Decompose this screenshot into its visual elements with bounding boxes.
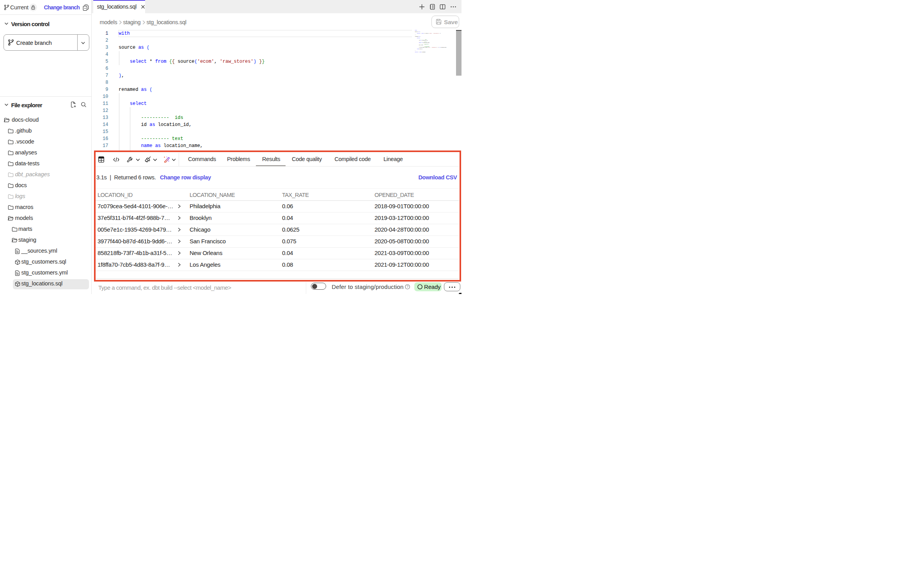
svg-text:?: ?	[406, 285, 408, 289]
